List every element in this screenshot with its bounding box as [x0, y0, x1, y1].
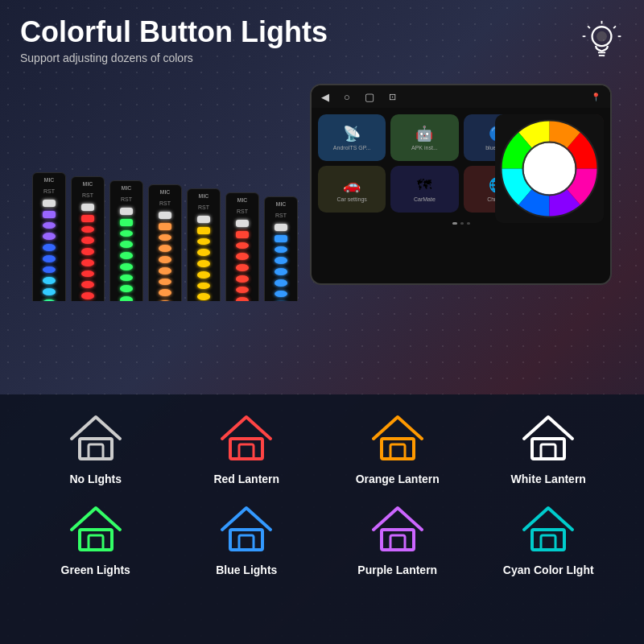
- app-androits-label: AndroITS GP...: [333, 145, 371, 151]
- strip-btn-5-5[interactable]: [236, 275, 249, 283]
- light-item-purple-lantern[interactable]: Purple Lantern: [326, 502, 469, 576]
- strip-btn-0-9[interactable]: [43, 299, 56, 301]
- nav-back-icon: ◀: [321, 91, 329, 103]
- strip-btn-5-4[interactable]: [236, 264, 249, 271]
- strip-btn-0-4[interactable]: [43, 244, 56, 251]
- mic-label: MIC: [276, 201, 287, 207]
- strip-btn-3-6[interactable]: [159, 279, 171, 286]
- strip-btn-1-5[interactable]: [81, 259, 94, 266]
- strip-btn-3-0[interactable]: [159, 212, 171, 219]
- light-item-orange-lantern[interactable]: Orange Lantern: [326, 411, 469, 485]
- app-androits[interactable]: 📡 AndroITS GP...: [318, 114, 386, 161]
- strip-btn-1-7[interactable]: [81, 281, 94, 288]
- light-item-blue-lights[interactable]: Blue Lights: [175, 502, 319, 576]
- strip-btn-3-7[interactable]: [159, 289, 171, 296]
- strip-btn-4-2[interactable]: [197, 238, 210, 246]
- strip-btn-4-7[interactable]: [197, 293, 210, 300]
- light-item-red-lantern[interactable]: Red Lantern: [175, 411, 319, 485]
- strip-btn-6-2[interactable]: [275, 246, 287, 254]
- svg-rect-29: [541, 535, 555, 550]
- strip-btn-4-3[interactable]: [197, 249, 210, 256]
- strip-btn-6-5[interactable]: [275, 279, 287, 287]
- color-wheel-container[interactable]: [495, 114, 604, 223]
- light-label-red-lantern: Red Lantern: [213, 473, 279, 485]
- strip-btn-0-6[interactable]: [43, 266, 56, 274]
- svg-rect-22: [80, 530, 112, 550]
- strip-btn-0-3[interactable]: [43, 233, 56, 240]
- strip-btn-0-8[interactable]: [43, 288, 56, 295]
- strip-btn-4-6[interactable]: [197, 283, 210, 290]
- house-icon-no-lights: [68, 411, 124, 463]
- strip-btn-5-7[interactable]: [236, 297, 249, 301]
- strip-btn-5-1[interactable]: [236, 231, 249, 238]
- strip-btn-0-7[interactable]: [43, 277, 56, 284]
- strip-btn-6-6[interactable]: [275, 291, 287, 298]
- strip-btn-3-5[interactable]: [159, 267, 171, 275]
- bottom-panel: No LIghts Red Lantern Orange Lantern Whi…: [0, 394, 644, 644]
- svg-rect-16: [230, 439, 262, 459]
- color-strip-2: MICRST: [109, 180, 143, 301]
- strip-btn-0-0[interactable]: [43, 200, 56, 207]
- color-strips-area: MICRSTMICRSTMICRSTMICRSTMICRSTMICRSTMICR…: [32, 172, 298, 301]
- strip-btn-5-6[interactable]: [236, 287, 249, 294]
- strip-btn-1-8[interactable]: [81, 292, 94, 299]
- strip-btn-3-3[interactable]: [159, 245, 171, 252]
- app-carmate[interactable]: 🗺 CarMate: [390, 166, 458, 213]
- strip-btn-5-2[interactable]: [236, 242, 249, 250]
- strip-btn-2-7[interactable]: [120, 285, 133, 292]
- app-car-settings[interactable]: 🚗 Car settings: [318, 166, 386, 213]
- light-item-green-lights[interactable]: Green Lights: [24, 502, 167, 576]
- strip-btn-2-6[interactable]: [120, 275, 133, 282]
- strip-btn-1-3[interactable]: [81, 237, 94, 244]
- light-item-white-lantern[interactable]: White Lantern: [477, 411, 621, 485]
- strip-btn-2-5[interactable]: [120, 263, 133, 270]
- page-title: Colorful Button Lights: [20, 16, 328, 48]
- rst-label: RST: [82, 192, 93, 198]
- strip-btn-4-5[interactable]: [197, 271, 210, 279]
- strip-btn-2-2[interactable]: [120, 230, 133, 237]
- strip-btn-6-3[interactable]: [275, 257, 287, 264]
- strip-btn-1-2[interactable]: [81, 226, 94, 233]
- app-apk[interactable]: 🤖 APK inst...: [390, 114, 458, 161]
- house-icon-blue-lights: [218, 502, 275, 554]
- light-item-no-lights[interactable]: No LIghts: [24, 411, 167, 485]
- strip-btn-2-4[interactable]: [120, 252, 133, 259]
- svg-line-5: [613, 26, 616, 28]
- strip-btn-2-8[interactable]: [120, 296, 133, 301]
- light-label-white-lantern: White Lantern: [511, 473, 586, 485]
- strip-btn-5-3[interactable]: [236, 253, 249, 260]
- svg-rect-27: [390, 535, 405, 550]
- strip-btn-1-1[interactable]: [81, 215, 94, 222]
- strip-btn-3-8[interactable]: [159, 300, 171, 301]
- strip-btn-6-1[interactable]: [275, 235, 287, 242]
- strip-btn-2-0[interactable]: [120, 208, 133, 215]
- strip-btn-0-5[interactable]: [43, 255, 56, 262]
- strip-btn-1-4[interactable]: [81, 248, 94, 255]
- device-showcase: MICRSTMICRSTMICRSTMICRSTMICRSTMICRSTMICR…: [20, 76, 624, 301]
- strip-btn-0-1[interactable]: [43, 211, 56, 218]
- svg-rect-24: [230, 530, 262, 550]
- strip-btn-3-4[interactable]: [159, 256, 171, 263]
- main-content: Colorful Button Lights Support adjusting…: [0, 0, 644, 317]
- strip-btn-6-4[interactable]: [275, 268, 287, 275]
- strip-btn-6-0[interactable]: [275, 224, 287, 231]
- strip-btn-1-0[interactable]: [81, 204, 94, 211]
- strip-btn-0-2[interactable]: [43, 222, 56, 229]
- strip-btn-5-0[interactable]: [236, 220, 249, 227]
- svg-line-4: [588, 26, 590, 28]
- light-item-cyan-color-light[interactable]: Cyan Color LIght: [477, 502, 621, 576]
- svg-rect-19: [390, 444, 405, 459]
- strip-btn-4-0[interactable]: [197, 216, 210, 223]
- strip-btn-2-3[interactable]: [120, 241, 133, 248]
- nav-menu-icon: ⊡: [389, 92, 396, 102]
- strip-btn-4-4[interactable]: [197, 260, 210, 267]
- strip-btn-3-1[interactable]: [159, 223, 171, 230]
- strip-btn-2-1[interactable]: [120, 219, 133, 226]
- strip-btn-3-2[interactable]: [159, 234, 171, 242]
- svg-rect-14: [80, 439, 112, 459]
- app-carmate-icon: 🗺: [417, 177, 431, 194]
- strip-btn-1-6[interactable]: [81, 270, 94, 278]
- strip-btn-4-1[interactable]: [197, 227, 210, 234]
- mic-label: MIC: [160, 189, 171, 195]
- app-androits-icon: 📡: [343, 125, 361, 142]
